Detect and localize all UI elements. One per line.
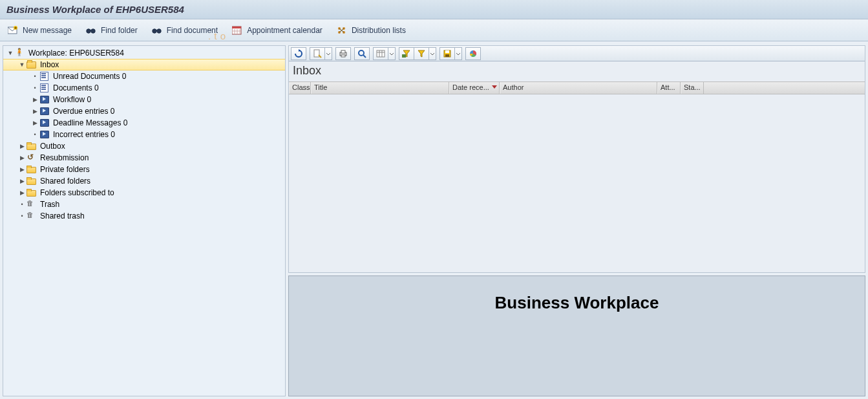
layout-menu-button[interactable]: [388, 47, 396, 60]
print-button[interactable]: [335, 47, 351, 60]
tree-root-label: Workplace: EHP6USER584: [27, 49, 124, 58]
bullet-icon: •: [17, 213, 26, 219]
workplace-icon: [15, 49, 25, 58]
grid-header-row: Class Title Date rece... Author Att... S…: [289, 81, 865, 94]
resubmission-icon: [26, 153, 37, 162]
folder-tree[interactable]: ▼ Workplace: EHP6USER584 ▼ Inbox • Unrea…: [3, 45, 286, 396]
col-class[interactable]: Class: [289, 82, 311, 94]
trash-icon: [26, 211, 37, 221]
find-folder-button[interactable]: Find folder: [83, 25, 140, 36]
filter-set-button[interactable]: [399, 47, 414, 60]
sort-desc-icon: [492, 85, 497, 89]
expand-icon[interactable]: ▶: [17, 143, 26, 149]
tree-shared-trash[interactable]: • Shared trash: [3, 210, 285, 222]
bullet-icon: •: [17, 201, 26, 208]
col-att[interactable]: Att...: [657, 82, 681, 94]
tree-inbox[interactable]: ▼ Inbox: [3, 59, 285, 70]
appointment-calendar-button[interactable]: Appointment calendar: [229, 25, 325, 36]
bullet-icon: •: [30, 73, 39, 80]
tree-private-folders-label: Private folders: [39, 165, 90, 174]
expand-icon[interactable]: ▶: [17, 189, 26, 196]
chart-button[interactable]: [465, 47, 481, 60]
tree-documents[interactable]: • Documents 0: [3, 82, 285, 94]
find-document-label: Find document: [167, 26, 218, 35]
tree-outbox-label: Outbox: [39, 142, 65, 151]
folder-icon: [26, 142, 37, 151]
expand-icon[interactable]: ▶: [30, 120, 39, 126]
svg-rect-5: [90, 30, 92, 32]
folder-icon: [26, 165, 37, 174]
preview-pane: Business Workplace: [288, 275, 865, 396]
binoculars-folder-icon: [86, 26, 96, 35]
tree-root-workplace[interactable]: ▼ Workplace: EHP6USER584: [3, 47, 285, 59]
tree-resubmission[interactable]: ▶ Resubmission: [3, 152, 285, 164]
col-title[interactable]: Title: [311, 82, 449, 94]
svg-rect-30: [445, 50, 449, 53]
layout-button[interactable]: [373, 47, 388, 60]
appointment-calendar-label: Appointment calendar: [247, 26, 323, 35]
collapse-icon[interactable]: ▼: [6, 50, 15, 56]
grid-body-empty[interactable]: [289, 94, 865, 272]
filter-menu-button[interactable]: [429, 47, 436, 60]
svg-point-23: [359, 50, 364, 56]
distribution-lists-button[interactable]: Distribution lists: [334, 25, 408, 36]
distribution-list-icon: [337, 26, 347, 35]
tree-incorrect-label: Incorrect entries 0: [52, 130, 115, 139]
svg-rect-10: [232, 27, 241, 28]
svg-rect-21: [341, 50, 345, 53]
workflow-icon: [39, 118, 50, 127]
expand-icon[interactable]: ▶: [30, 96, 39, 103]
svg-rect-28: [402, 54, 406, 58]
tree-overdue-label: Overdue entries 0: [52, 107, 114, 116]
tree-unread-documents[interactable]: • Unread Documents 0: [3, 70, 285, 82]
details-button[interactable]: [354, 47, 370, 60]
col-date-received[interactable]: Date rece...: [449, 82, 500, 94]
tree-resubmission-label: Resubmission: [39, 153, 89, 162]
trash-icon: [26, 200, 37, 209]
tree-shared-folders[interactable]: ▶ Shared folders: [3, 175, 285, 187]
svg-rect-8: [156, 30, 158, 32]
bullet-icon: •: [30, 131, 39, 138]
distribution-lists-label: Distribution lists: [352, 26, 406, 35]
tree-private-folders[interactable]: ▶ Private folders: [3, 164, 285, 175]
tree-workflow-label: Workflow 0: [52, 95, 91, 104]
col-status[interactable]: Sta...: [681, 82, 704, 94]
tree-incorrect-entries[interactable]: • Incorrect entries 0: [3, 129, 285, 140]
expand-icon[interactable]: ▶: [30, 108, 39, 114]
expand-icon[interactable]: ▶: [17, 155, 26, 161]
svg-text:✱: ✱: [14, 26, 17, 30]
inbox-grid: Inbox Class Title Date rece... Author At…: [288, 45, 865, 273]
folder-icon: [26, 177, 37, 186]
binoculars-document-icon: [152, 26, 162, 35]
envelope-new-icon: ✱: [8, 26, 18, 35]
find-document-button[interactable]: Find document: [149, 25, 220, 36]
grid-toolbar: [289, 46, 865, 61]
workflow-icon: [39, 130, 50, 139]
tree-documents-label: Documents 0: [52, 83, 99, 92]
tree-folders-subscribed[interactable]: ▶ Folders subscribed to: [3, 187, 285, 199]
tree-inbox-label: Inbox: [39, 60, 59, 69]
expand-icon[interactable]: ▶: [17, 178, 26, 184]
tree-trash[interactable]: • Trash: [3, 199, 285, 210]
new-message-button[interactable]: ✱ New message: [5, 25, 74, 36]
calendar-icon: [232, 26, 242, 35]
save-layout-menu-button[interactable]: [454, 47, 462, 60]
tree-overdue-entries[interactable]: ▶ Overdue entries 0: [3, 105, 285, 117]
display-create-button[interactable]: [310, 47, 325, 60]
tree-workflow[interactable]: ▶ Workflow 0: [3, 94, 285, 105]
collapse-icon[interactable]: ▼: [17, 61, 26, 68]
workflow-icon: [39, 95, 50, 104]
refresh-button[interactable]: [291, 47, 306, 60]
save-layout-button[interactable]: [439, 47, 455, 60]
filter-button[interactable]: [414, 47, 429, 60]
workflow-icon: [39, 107, 50, 116]
tree-folders-subscribed-label: Folders subscribed to: [39, 188, 114, 197]
tree-deadline-messages[interactable]: ▶ Deadline Messages 0: [3, 117, 285, 129]
col-author[interactable]: Author: [500, 82, 657, 94]
tree-outbox[interactable]: ▶ Outbox: [3, 140, 285, 152]
tree-deadline-label: Deadline Messages 0: [52, 118, 127, 127]
document-icon: [39, 83, 50, 92]
find-folder-label: Find folder: [101, 26, 138, 35]
display-create-menu-button[interactable]: [324, 47, 332, 60]
expand-icon[interactable]: ▶: [17, 166, 26, 173]
